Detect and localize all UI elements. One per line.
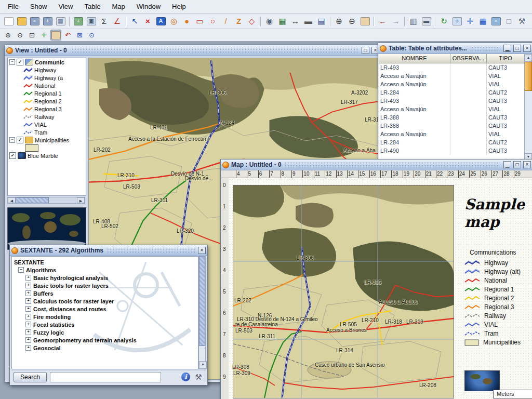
maximize-button[interactable]: □	[513, 161, 521, 168]
polygon-icon[interactable]: ◇	[246, 15, 258, 27]
algorithm-group-fuzzy-logic[interactable]: +Fuzzy logic	[12, 328, 198, 336]
table-cell[interactable]	[450, 113, 487, 122]
buffer-icon[interactable]: ◎	[168, 15, 180, 27]
view-window-titlebar[interactable]: View : Untitled - 0 □ ×	[5, 45, 381, 56]
tree-expander-icon[interactable]: +	[25, 329, 31, 335]
table-row[interactable]: LR-490CAUT3	[379, 147, 525, 155]
algorithms-branch[interactable]: −Algorithms	[12, 266, 198, 274]
table-cell[interactable]: Acceso a Navajún	[379, 130, 450, 138]
algorithm-group-basic-tools-for-raster-layers[interactable]: +Basic tools for raster layers	[12, 282, 198, 289]
scroll-down-icon[interactable]: ▼	[199, 361, 207, 369]
tree-expander-icon[interactable]: −	[18, 267, 24, 273]
move-icon[interactable]: ✛	[464, 15, 476, 27]
save-icon[interactable]: ▫	[29, 15, 41, 27]
refresh-icon[interactable]: ↻	[438, 15, 450, 27]
scrollbar-thumb[interactable]	[199, 257, 205, 346]
toc-layer-regional-2[interactable]: Regional 2	[8, 97, 86, 105]
toc-layer-railway[interactable]: Railway	[8, 113, 86, 121]
tree-expander-icon[interactable]: −	[9, 137, 15, 143]
wms-globe-icon[interactable]: ○	[451, 15, 463, 27]
tree-expander-icon[interactable]: +	[25, 314, 31, 320]
zoom-select-tool-icon[interactable]: ⊡	[26, 30, 37, 41]
table-cell[interactable]: VIAL	[487, 105, 525, 113]
maximize-button[interactable]: □	[362, 47, 369, 54]
tree-expander-icon[interactable]: +	[25, 275, 31, 281]
statistics-icon[interactable]: Σ	[98, 15, 110, 27]
zoom-in-tool-icon[interactable]: ⊕	[3, 30, 14, 41]
toc-layer-highway-a[interactable]: Highway (a	[8, 74, 86, 82]
add-layer-icon[interactable]: +	[72, 15, 84, 27]
circle-icon[interactable]: ○	[207, 15, 219, 27]
search-button[interactable]: Search	[14, 372, 47, 382]
line-icon[interactable]: /	[220, 15, 232, 27]
tile-icon[interactable]: ▦	[477, 15, 489, 27]
minimize-button[interactable]: ▁	[503, 161, 511, 168]
scrollbar-thumb[interactable]	[525, 62, 532, 91]
new-document-icon[interactable]	[3, 15, 15, 27]
zoom-out-icon[interactable]: ⊖	[346, 15, 358, 27]
table-cell[interactable]	[450, 138, 487, 147]
table-cell[interactable]	[450, 63, 487, 72]
scroll-left-icon[interactable]: ◀	[8, 197, 16, 203]
table-row[interactable]: LR-284CAUT2	[379, 138, 525, 147]
tools-icon[interactable]: ⚒	[516, 15, 528, 27]
zoom-extent-tool-icon[interactable]: ✛	[38, 30, 49, 41]
zoom-in-icon[interactable]: ⊕	[333, 15, 345, 27]
layer-checkbox[interactable]: ✓	[17, 59, 23, 65]
tree-expander-icon[interactable]: +	[25, 283, 31, 288]
table-cell[interactable]	[450, 105, 487, 113]
zoom-previous-tool-icon[interactable]: ↶	[62, 30, 73, 41]
toc-layer-tram[interactable]: Tram	[8, 128, 86, 136]
table-cell[interactable]: CAUT3	[487, 97, 525, 105]
toc-layer-regional-3[interactable]: Regional 3	[8, 105, 86, 113]
table-cell[interactable]	[450, 88, 487, 97]
toc-layer-national[interactable]: National	[8, 82, 86, 89]
tree-expander-icon[interactable]: +	[25, 337, 31, 343]
table-row[interactable]: LR-388CAUT3	[379, 113, 525, 122]
sextante-window-titlebar[interactable]: SEXTANTE - 292 Algorithms ×	[10, 245, 207, 256]
map-window-titlebar[interactable]: Map : Untitled - 0 ▁ □ ×	[221, 159, 532, 170]
table-cell[interactable]	[450, 147, 487, 155]
toc-layer-regional-1[interactable]: Regional 1	[8, 89, 86, 97]
toc-layer-vial[interactable]: VIAL	[8, 121, 86, 128]
info-button[interactable]: i	[181, 373, 190, 381]
table-cell[interactable]: CAUT3	[487, 147, 525, 155]
table-row[interactable]: Acceso a NavajúnVIAL	[379, 130, 525, 138]
layout-page[interactable]: LR-306LR-316Acceso a ÁbalosLR-202N-126LR…	[229, 178, 532, 399]
tree-expander-icon[interactable]: +	[25, 306, 31, 312]
print-layout-icon[interactable]: ▬	[420, 15, 432, 27]
menu-view[interactable]: View	[52, 1, 78, 12]
point-icon[interactable]: ●	[181, 15, 193, 27]
menu-help[interactable]: Help	[166, 1, 192, 12]
add-grid-icon[interactable]: ▦	[276, 15, 288, 27]
menu-show[interactable]: Show	[24, 1, 53, 12]
table-row[interactable]: Acceso a NavajúnVIAL	[379, 80, 525, 88]
tree-expander-icon[interactable]: +	[25, 298, 31, 304]
table-cell[interactable]: LR-493	[379, 97, 450, 105]
menu-window[interactable]: Window	[131, 1, 166, 12]
settings-button[interactable]: ⚒	[193, 373, 204, 382]
table-window-titlebar[interactable]: Table: Table of attributes... ▁ □ ×	[378, 43, 532, 54]
tree-expander-icon[interactable]: +	[25, 290, 31, 296]
table-cell[interactable]	[450, 97, 487, 105]
zoom-layer-tool-icon[interactable]: ⊙	[86, 30, 97, 41]
maximize-button[interactable]: □	[513, 45, 521, 52]
algorithm-group-buffers[interactable]: +Buffers	[12, 289, 198, 297]
table-row[interactable]: LR-493CAUT3	[379, 63, 525, 72]
toc-horizontal-scrollbar[interactable]: ◀ ▶	[7, 197, 85, 204]
table-cell[interactable]: Acceso a Navajún	[379, 80, 450, 88]
algorithm-group-geomorphometry-and-terrain-analysis[interactable]: +Geomorphometry and terrain analysis	[12, 336, 198, 344]
scroll-up-icon[interactable]: ▲	[525, 54, 532, 62]
measure-icon[interactable]: ∠	[111, 15, 123, 27]
tree-expander-icon[interactable]: +	[25, 322, 31, 327]
save-as-icon[interactable]: +	[42, 15, 54, 27]
atlas-icon[interactable]: A	[155, 15, 167, 27]
scalebar-icon[interactable]: ▬	[302, 15, 314, 27]
attribute-table-icon[interactable]: ▤	[315, 15, 327, 27]
algorithm-group-fire-modeling[interactable]: +Fire modeling	[12, 313, 198, 321]
minimize-button[interactable]: ▁	[503, 45, 511, 52]
menu-map[interactable]: Map	[107, 1, 131, 12]
project-manager-icon[interactable]: ▦	[55, 15, 66, 27]
table-cell[interactable]: VIAL	[487, 80, 525, 88]
sextante-vertical-scrollbar[interactable]: ▼	[198, 256, 206, 369]
